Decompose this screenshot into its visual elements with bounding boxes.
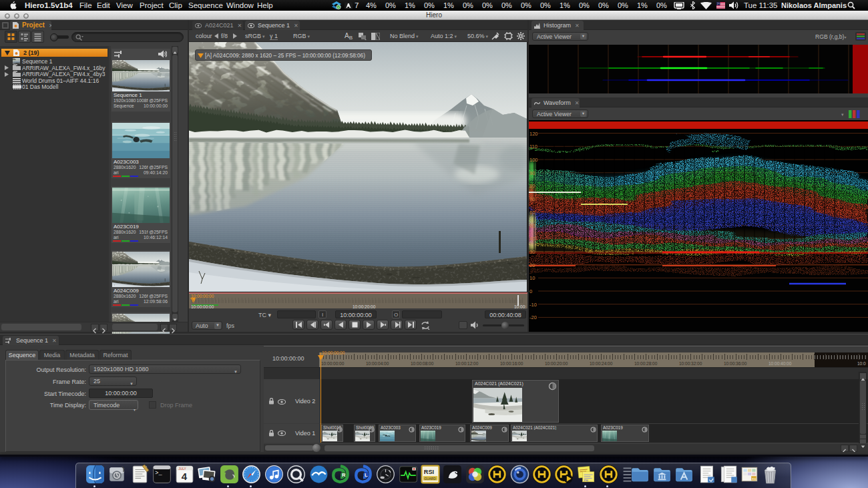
svg-text:40: 40 [529,236,535,242]
svg-text:50: 50 [529,223,535,229]
svg-text:0: 0 [529,288,532,294]
svg-text:10: 10 [529,275,535,281]
svg-text:20: 20 [529,262,535,268]
svg-text:4: 4 [182,471,188,482]
svg-text:120: 120 [529,131,538,137]
svg-text:90: 90 [529,170,535,176]
svg-text:PSI: PSI [584,479,588,482]
svg-text:-10: -10 [529,302,537,308]
svg-text:GUARD: GUARD [424,477,436,481]
svg-text:-20: -20 [529,314,537,320]
svg-text:30: 30 [529,249,535,255]
svg-text:110: 110 [529,144,537,150]
svg-text:60: 60 [529,210,535,216]
svg-text:80: 80 [529,183,535,189]
svg-text:R: R [342,472,346,478]
svg-text:RSI: RSI [752,478,756,481]
svg-text:L: L [365,472,368,478]
svg-text:RSI: RSI [424,469,434,475]
svg-text:>_: >_ [155,470,162,477]
svg-text:70: 70 [529,196,535,202]
svg-text:100: 100 [529,157,538,163]
